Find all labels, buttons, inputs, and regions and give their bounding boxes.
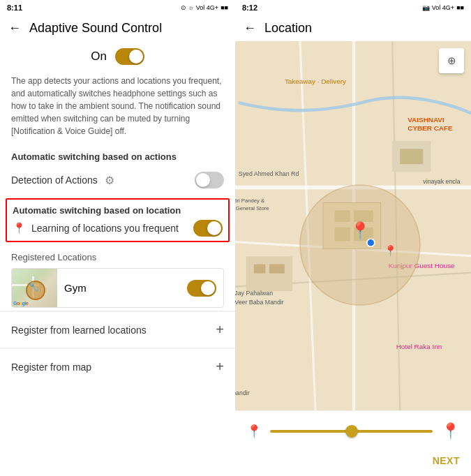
learning-toggle-knob bbox=[207, 221, 221, 235]
main-toggle-row: On bbox=[0, 41, 235, 72]
gym-card: 🔧 Google Gym bbox=[11, 268, 224, 308]
main-toggle-knob bbox=[129, 50, 143, 64]
battery-icon-r: ■■ bbox=[456, 4, 464, 11]
location-pin-icon: 📍 bbox=[13, 222, 26, 235]
main-toggle-label: On bbox=[91, 50, 107, 64]
register-map-row[interactable]: Register from map + bbox=[0, 348, 235, 385]
svg-text:Jyatri Pandey &: Jyatri Pandey & bbox=[235, 198, 265, 204]
slider-thumb bbox=[345, 425, 358, 438]
right-panel: 8:12 📷 Vol 4G+ ■■ ← Location bbox=[235, 0, 471, 476]
detection-actions-row: Detection of Actions ⚙ bbox=[0, 165, 235, 195]
detection-toggle-knob bbox=[196, 173, 210, 187]
next-button[interactable]: NEXT bbox=[433, 455, 460, 466]
location-section: Automatic switching based on location 📍 … bbox=[6, 198, 230, 242]
register-learned-row[interactable]: Register from learned locations + bbox=[0, 311, 235, 348]
back-button[interactable]: ← bbox=[8, 21, 21, 36]
gym-map-thumbnail: 🔧 Google bbox=[12, 269, 57, 307]
svg-point-30 bbox=[300, 185, 420, 305]
description-text: The app detects your actions and locatio… bbox=[0, 72, 235, 146]
svg-text:Ins General Store: Ins General Store bbox=[235, 205, 269, 211]
learning-row: 📍 Learning of locations you frequent bbox=[13, 220, 223, 237]
slider-end-icon: 📍 bbox=[441, 422, 460, 440]
register-map-plus-icon: + bbox=[216, 359, 224, 375]
google-logo: Google bbox=[13, 301, 28, 306]
register-learned-plus-icon: + bbox=[216, 322, 224, 338]
detection-left: Detection of Actions ⚙ bbox=[11, 174, 114, 187]
right-status-icons: 📷 Vol 4G+ ■■ bbox=[422, 4, 464, 11]
register-learned-label: Register from learned locations bbox=[11, 325, 147, 336]
svg-rect-15 bbox=[246, 257, 292, 292]
right-time: 8:12 bbox=[242, 3, 257, 12]
learning-left: 📍 Learning of locations you frequent bbox=[13, 222, 179, 235]
map-container: Syed Ahmed Khan Rd Jyatri Pandey & Ins G… bbox=[235, 41, 471, 410]
map-background: Syed Ahmed Khan Rd Jyatri Pandey & Ins G… bbox=[235, 41, 471, 410]
right-header: ← Location bbox=[235, 15, 471, 41]
section-location-title: Automatic switching based on location bbox=[13, 204, 223, 220]
left-header: ← Adaptive Sound Control bbox=[0, 15, 235, 41]
right-page-title: Location bbox=[264, 21, 312, 36]
svg-rect-16 bbox=[254, 265, 266, 274]
battery-icon: ■■ bbox=[220, 4, 228, 11]
left-status-icons: ⊙ ☼ Vol 4G+ ■■ bbox=[181, 4, 228, 11]
left-time: 8:11 bbox=[7, 3, 22, 12]
map-svg: Syed Ahmed Khan Rd Jyatri Pandey & Ins G… bbox=[235, 41, 471, 410]
right-back-button[interactable]: ← bbox=[244, 21, 256, 36]
svg-rect-17 bbox=[269, 265, 285, 274]
svg-rect-14 bbox=[400, 149, 423, 164]
radius-slider[interactable] bbox=[270, 430, 433, 433]
detection-label: Detection of Actions bbox=[11, 174, 98, 186]
gym-info: Gym bbox=[57, 278, 180, 299]
location-crosshair-icon: ⊕ bbox=[447, 54, 456, 67]
svg-text:Syed Ahmed Khan Rd: Syed Ahmed Khan Rd bbox=[239, 170, 299, 177]
gym-toggle-area bbox=[180, 280, 223, 297]
map-marker-icon: 🔧 bbox=[29, 282, 39, 292]
svg-text:📍: 📍 bbox=[384, 244, 398, 258]
detection-toggle[interactable] bbox=[195, 172, 224, 188]
svg-text:mandir: mandir bbox=[235, 389, 250, 396]
left-status-bar: 8:11 ⊙ ☼ Vol 4G+ ■■ bbox=[0, 0, 235, 15]
learning-toggle[interactable] bbox=[193, 220, 223, 237]
learning-label: Learning of locations you frequent bbox=[31, 223, 179, 234]
svg-text:vinayak encla: vinayak encla bbox=[423, 178, 460, 185]
svg-text:Veer Baba Mandir: Veer Baba Mandir bbox=[235, 299, 284, 306]
my-location-button[interactable]: ⊕ bbox=[439, 48, 464, 73]
signal-icon: Vol 4G+ bbox=[196, 4, 218, 11]
left-panel: 8:11 ⊙ ☼ Vol 4G+ ■■ ← Adaptive Sound Con… bbox=[0, 0, 235, 476]
svg-text:Hotel Raka Inn: Hotel Raka Inn bbox=[396, 343, 442, 350]
page-title: Adaptive Sound Control bbox=[29, 21, 162, 36]
slider-start-icon: 📍 bbox=[246, 424, 262, 439]
slider-bar: 📍 📍 bbox=[235, 410, 471, 451]
wifi-icon: ☼ bbox=[188, 4, 194, 11]
register-map-label: Register from map bbox=[11, 362, 91, 373]
gym-toggle[interactable] bbox=[187, 280, 216, 297]
svg-text:Takeaway · Delivery: Takeaway · Delivery bbox=[285, 77, 346, 85]
svg-point-33 bbox=[367, 239, 375, 246]
main-toggle[interactable] bbox=[115, 48, 144, 65]
svg-text:VAISHNAVI: VAISHNAVI bbox=[408, 116, 444, 124]
camera-icon: 📷 bbox=[422, 4, 430, 11]
section-actions-title: Automatic switching based on actions bbox=[0, 146, 235, 165]
svg-text:📍: 📍 bbox=[350, 221, 371, 241]
gym-name: Gym bbox=[64, 282, 87, 294]
bluetooth-icon: ⊙ bbox=[181, 4, 186, 11]
svg-text:Jay Pahalwan: Jay Pahalwan bbox=[235, 290, 273, 297]
right-status-bar: 8:12 📷 Vol 4G+ ■■ bbox=[235, 0, 471, 15]
gym-toggle-knob bbox=[201, 281, 215, 295]
signal-icon-r: Vol 4G+ bbox=[432, 4, 454, 11]
svg-text:CYBER CAFE: CYBER CAFE bbox=[408, 124, 453, 132]
registered-title: Registered Locations bbox=[0, 245, 235, 265]
gear-icon[interactable]: ⚙ bbox=[105, 174, 114, 187]
next-bar: NEXT bbox=[235, 451, 471, 476]
